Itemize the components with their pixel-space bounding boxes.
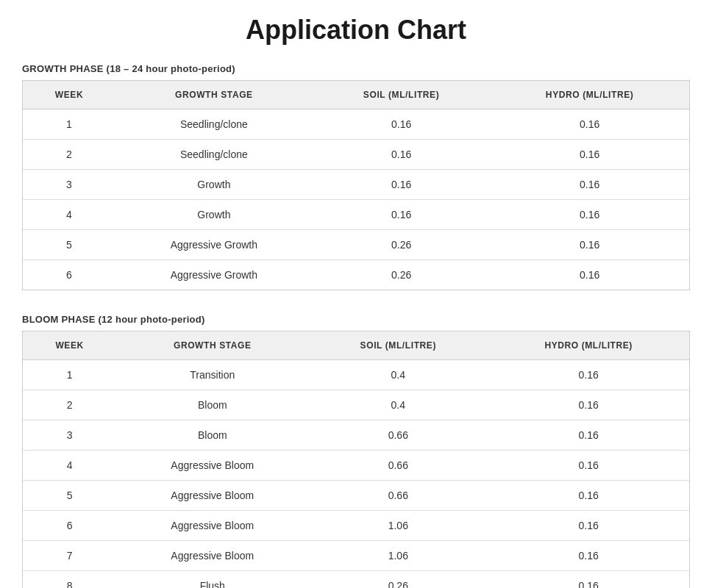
stage-cell: Aggressive Bloom	[116, 481, 308, 511]
bloom-phase-table: WEEK GROWTH STAGE SOIL (ml/Litre) HYDRO …	[22, 331, 690, 588]
hydro-cell: 0.16	[488, 390, 689, 420]
stage-cell: Aggressive Bloom	[116, 511, 308, 541]
hydro-cell: 0.16	[488, 511, 689, 541]
page-title: Application Chart	[22, 15, 690, 46]
bloom-phase-section: BLOOM PHASE (12 hour photo-period) WEEK …	[22, 314, 690, 588]
hydro-cell: 0.16	[488, 360, 689, 390]
week-cell: 4	[23, 451, 117, 481]
hydro-cell: 0.16	[490, 170, 689, 200]
hydro-cell: 0.16	[488, 420, 689, 451]
table-row: 3 Growth 0.16 0.16	[23, 170, 690, 200]
soil-cell: 0.66	[308, 420, 488, 451]
week-cell: 1	[23, 360, 117, 390]
table-row: 1 Seedling/clone 0.16 0.16	[23, 110, 690, 140]
week-cell: 5	[23, 230, 115, 260]
growth-phase-header-row: WEEK GROWTH STAGE SOIL (ml/Litre) HYDRO …	[23, 81, 690, 110]
week-cell: 4	[23, 200, 115, 230]
stage-cell: Seedling/clone	[115, 140, 313, 170]
table-row: 4 Aggressive Bloom 0.66 0.16	[23, 451, 690, 481]
soil-cell: 1.06	[308, 541, 488, 571]
soil-cell: 0.4	[308, 390, 488, 420]
stage-cell: Flush	[116, 571, 308, 589]
stage-cell: Transition	[116, 360, 308, 390]
stage-cell: Aggressive Growth	[115, 260, 313, 290]
table-row: 6 Aggressive Bloom 1.06 0.16	[23, 511, 690, 541]
table-row: 3 Bloom 0.66 0.16	[23, 420, 690, 451]
stage-cell: Seedling/clone	[115, 110, 313, 140]
week-cell: 3	[23, 420, 117, 451]
hydro-cell: 0.16	[490, 260, 689, 290]
stage-cell: Aggressive Growth	[115, 230, 313, 260]
week-cell: 3	[23, 170, 115, 200]
table-row: 4 Growth 0.16 0.16	[23, 200, 690, 230]
stage-cell: Aggressive Bloom	[116, 451, 308, 481]
growth-stage-header: GROWTH STAGE	[115, 81, 313, 110]
hydro-cell: 0.16	[490, 200, 689, 230]
growth-phase-table: WEEK GROWTH STAGE SOIL (ml/Litre) HYDRO …	[22, 80, 690, 290]
soil-cell: 0.26	[308, 571, 488, 589]
soil-cell: 0.16	[313, 140, 490, 170]
soil-cell: 0.16	[313, 110, 490, 140]
week-cell: 6	[23, 511, 117, 541]
hydro-cell: 0.16	[490, 140, 689, 170]
bloom-stage-header: GROWTH STAGE	[116, 331, 308, 360]
stage-cell: Growth	[115, 170, 313, 200]
stage-cell: Bloom	[116, 390, 308, 420]
table-row: 1 Transition 0.4 0.16	[23, 360, 690, 390]
table-row: 2 Seedling/clone 0.16 0.16	[23, 140, 690, 170]
soil-cell: 0.16	[313, 170, 490, 200]
soil-cell: 1.06	[308, 511, 488, 541]
hydro-cell: 0.16	[488, 451, 689, 481]
hydro-cell: 0.16	[490, 110, 689, 140]
week-cell: 2	[23, 390, 117, 420]
stage-cell: Bloom	[116, 420, 308, 451]
week-cell: 2	[23, 140, 115, 170]
week-cell: 7	[23, 541, 117, 571]
week-cell: 6	[23, 260, 115, 290]
soil-cell: 0.26	[313, 260, 490, 290]
growth-soil-header: SOIL (ml/Litre)	[313, 81, 490, 110]
bloom-week-header: WEEK	[23, 331, 117, 360]
growth-hydro-header: HYDRO (ml/Litre)	[490, 81, 689, 110]
table-row: 5 Aggressive Bloom 0.66 0.16	[23, 481, 690, 511]
table-row: 2 Bloom 0.4 0.16	[23, 390, 690, 420]
soil-cell: 0.16	[313, 200, 490, 230]
bloom-soil-header: SOIL (ml/Litre)	[308, 331, 488, 360]
bloom-phase-label: BLOOM PHASE (12 hour photo-period)	[22, 314, 690, 325]
stage-cell: Aggressive Bloom	[116, 541, 308, 571]
hydro-cell: 0.16	[488, 481, 689, 511]
growth-phase-section: GROWTH PHASE (18 – 24 hour photo-period)…	[22, 63, 690, 290]
soil-cell: 0.66	[308, 481, 488, 511]
bloom-hydro-header: HYDRO (ml/Litre)	[488, 331, 689, 360]
week-cell: 1	[23, 110, 115, 140]
growth-week-header: WEEK	[23, 81, 115, 110]
hydro-cell: 0.16	[488, 571, 689, 589]
table-row: 6 Aggressive Growth 0.26 0.16	[23, 260, 690, 290]
table-row: 5 Aggressive Growth 0.26 0.16	[23, 230, 690, 260]
hydro-cell: 0.16	[488, 541, 689, 571]
week-cell: 8	[23, 571, 117, 589]
soil-cell: 0.66	[308, 451, 488, 481]
stage-cell: Growth	[115, 200, 313, 230]
growth-phase-label: GROWTH PHASE (18 – 24 hour photo-period)	[22, 63, 690, 74]
table-row: 8 Flush 0.26 0.16	[23, 571, 690, 589]
soil-cell: 0.4	[308, 360, 488, 390]
hydro-cell: 0.16	[490, 230, 689, 260]
soil-cell: 0.26	[313, 230, 490, 260]
table-row: 7 Aggressive Bloom 1.06 0.16	[23, 541, 690, 571]
bloom-phase-header-row: WEEK GROWTH STAGE SOIL (ml/Litre) HYDRO …	[23, 331, 690, 360]
week-cell: 5	[23, 481, 117, 511]
